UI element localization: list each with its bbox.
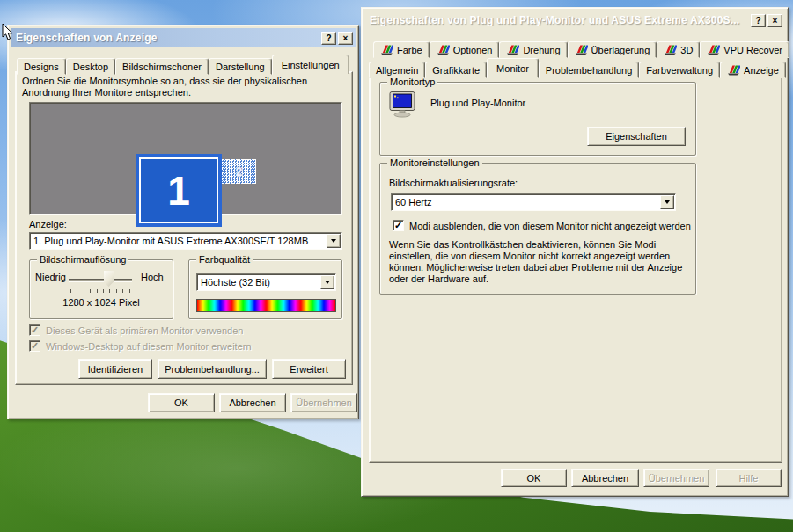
ok-button[interactable]: OK [501,469,567,487]
tab-label: Drehung [523,45,560,55]
ati-logo-icon [437,45,450,55]
checkbox-label: Windows-Desktop auf diesem Monitor erwei… [46,341,252,352]
help-button[interactable]: ? [321,32,336,45]
tab-label: Farbverwaltung [646,65,713,76]
resolution-low-label: Niedrig [35,272,66,282]
tab-anzeige[interactable]: Anzeige [720,62,786,78]
tab-label: Designs [24,62,59,72]
resolution-slider-track[interactable] [69,279,132,281]
monitor-1-preview[interactable]: 1 [139,157,218,223]
tab-label: Optionen [453,45,493,55]
tab-label: Allgemein [376,65,418,76]
tab-label: Darstellung [216,62,265,72]
identify-button[interactable]: Identifizieren [78,359,152,379]
tab-strip: Farbe Optionen Drehung Überlagerung 3D [373,40,789,58]
refresh-rate-dropdown-button[interactable] [660,195,674,209]
tab-label: VPU Recover [723,45,782,55]
tab-bildschirmschoner[interactable]: Bildschirmschoner [115,58,209,75]
tab-problembehandlung[interactable]: Problembehandlung [539,62,639,78]
color-quality-value: Höchste (32 Bit) [197,277,319,288]
cancel-button[interactable]: Abbrechen [571,469,639,487]
display-adapter-select[interactable]: 1. Plug und Play-Monitor mit ASUS Extrem… [29,232,342,250]
resolution-high-label: Hoch [141,272,164,282]
monitor-settings-group-title: Monitoreinstellungen [387,157,482,168]
ati-logo-icon [664,45,677,55]
color-quality-group: Farbqualität Höchste (32 Bit) [188,259,342,319]
resolution-group-title: Bildschirmauflösung [37,254,128,265]
checkbox-label: Dieses Gerät als primären Monitor verwen… [46,325,243,336]
tab-drehung[interactable]: Drehung [499,41,567,58]
checkbox-extend-desktop[interactable]: ✓ Windows-Desktop auf diesem Monitor erw… [29,340,252,352]
tab-label: Problembehandlung [546,65,632,76]
checkbox-label: Modi ausblenden, die von diesem Monitor … [409,221,691,231]
tab-3d[interactable]: 3D [657,41,700,58]
checkbox-box: ✓ [29,324,40,336]
close-button[interactable]: × [767,14,782,27]
tab-vpu-recover[interactable]: VPU Recover [700,41,789,58]
apply-button: Übernehmen [290,393,357,412]
troubleshoot-button[interactable]: Problembehandlung... [158,359,267,379]
monitor-settings-group: Monitoreinstellungen Bildschirmaktualisi… [379,163,696,295]
display-adapter-dropdown-button[interactable] [327,234,341,248]
apply-button: Übernehmen [643,469,709,487]
monitor-properties-button[interactable]: Eigenschaften [587,127,686,146]
resolution-value: 1280 x 1024 Pixel [30,297,173,308]
monitor-properties-titlebar[interactable]: Eigenschaften von Plug und Play-Monitor … [364,11,785,30]
monitor-name: Plug und Play-Monitor [430,98,525,108]
resolution-group: Bildschirmauflösung Niedrig Hoch 1280 x … [29,259,173,319]
color-quality-dropdown-button[interactable] [320,275,334,289]
tab-allgemein[interactable]: Allgemein [369,62,425,78]
chevron-down-icon [325,281,330,284]
refresh-rate-value: 60 Hertz [392,197,659,208]
display-adapter-value: 1. Plug und Play-Monitor mit ASUS Extrem… [30,236,326,246]
tab-label: Grafikkarte [432,65,480,76]
tab-berlagerung[interactable]: Überlagerung [568,41,657,58]
tab-label: Einstellungen [282,60,340,70]
cancel-button[interactable]: Abbrechen [219,393,286,412]
refresh-rate-select[interactable]: 60 Hertz [391,193,676,211]
tab-farbe[interactable]: Farbe [373,41,430,58]
tab-designs[interactable]: Designs [17,58,66,75]
tab-desktop[interactable]: Desktop [66,58,115,75]
monitor-2-preview[interactable]: 2 [222,159,256,184]
tab-optionen[interactable]: Optionen [430,41,500,58]
ati-logo-icon [707,45,720,55]
ati-logo-icon [506,45,519,55]
display-properties-titlebar[interactable]: Eigenschaften von Anzeige ? × [11,28,356,47]
color-spectrum-bar [196,299,336,312]
ok-button[interactable]: OK [148,393,215,412]
ati-logo-icon [575,45,588,55]
display-properties-window: Eigenschaften von Anzeige ? × DesignsDes… [7,25,359,419]
tab-einstellungen[interactable]: Einstellungen [272,55,349,75]
window-title: Eigenschaften von Plug und Play-Monitor … [370,14,749,26]
display-label: Anzeige: [29,219,67,230]
checkbox-hide-modes[interactable]: ✓ Modi ausblenden, die von diesem Monito… [393,220,691,231]
color-quality-group-title: Farbqualität [196,254,253,265]
help-button-footer: Hilfe [716,469,782,487]
mouse-cursor-icon [2,23,14,41]
checkbox-box: ✓ [29,340,40,352]
checkbox-primary-monitor[interactable]: ✓ Dieses Gerät als primären Monitor verw… [29,324,243,336]
ati-logo-icon [727,65,740,76]
tab-label: Desktop [73,62,108,72]
tab-grafikkarte[interactable]: Grafikkarte [425,62,487,78]
color-quality-select[interactable]: Höchste (32 Bit) [196,273,336,291]
monitor-arrangement-area[interactable]: 1 2 [29,102,342,215]
tab-darstellung[interactable]: Darstellung [209,58,272,75]
resolution-slider-ticks [70,289,132,293]
tab-label: 3D [680,45,693,55]
monitor-arrange-instructions: Ordnen Sie die Monitorsymbole so an, das… [22,76,351,98]
resolution-slider-thumb[interactable] [104,271,114,287]
crt-monitor-icon [389,91,417,118]
close-button[interactable]: × [338,32,353,45]
monitor-properties-window: Eigenschaften von Plug und Play-Monitor … [361,7,789,497]
tab-monitor[interactable]: Monitor [487,58,539,78]
tab-farbverwaltung[interactable]: Farbverwaltung [639,62,720,78]
monitor-type-group: Monitortyp Plug und Play-Monitor Eigensc… [379,82,696,156]
advanced-button[interactable]: Erweitert [272,359,346,379]
tab-label: Farbe [397,45,422,55]
tab-label: Anzeige [744,65,779,76]
help-button[interactable]: ? [751,14,766,27]
chevron-down-icon [665,200,670,204]
ati-logo-icon [380,45,393,55]
